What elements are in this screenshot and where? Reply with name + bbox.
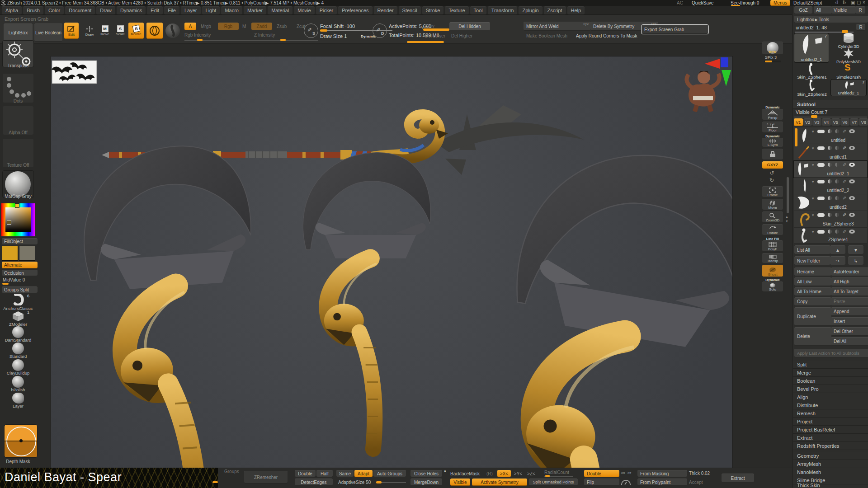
transfer-icon[interactable]: ▾ [812,230,814,234]
section-redshift[interactable]: Redshift Properties [793,442,868,450]
all-button[interactable]: All [814,6,832,14]
visibility-eye-icon[interactable] [849,230,855,234]
menu-draw[interactable]: Draw [96,6,115,14]
zmodeler-brush[interactable] [12,311,24,322]
lsym-button[interactable]: L.Sym [762,138,783,147]
del-other-button[interactable]: Del Other [831,327,868,336]
mirror-xyz-icon[interactable]: xyz [583,22,589,25]
difference-icon[interactable] [828,196,832,200]
list-all-button[interactable]: List All [794,245,830,254]
menu-render[interactable]: Render [374,6,397,14]
window-restore-icon[interactable]: ▢ [857,0,861,5]
m-button[interactable]: M [242,24,246,29]
close-holes-button[interactable]: Close Holes [410,470,442,477]
zadd-button[interactable]: Zadd [251,23,272,30]
from-masking-button[interactable]: From Masking [637,470,687,477]
difference-icon[interactable] [828,163,832,167]
live-boolean-button[interactable]: Live Boolean [34,23,62,42]
merge-down-button[interactable]: MergeDown [410,479,442,486]
del-hidden-button[interactable]: Del Hidden [449,22,490,31]
menu-alpha[interactable]: Alpha [2,6,22,14]
section-project-basrelief[interactable]: Project BasRelief [793,426,868,434]
menus-toggle-button[interactable]: Menus [770,0,790,6]
detect-edges-button[interactable]: DetectEdges [295,479,333,486]
move-mode-button[interactable]: M Move [98,23,112,39]
difference-icon[interactable] [828,179,832,183]
del-all-button[interactable]: Del All [831,337,868,346]
menu-layer[interactable]: Layer [181,6,201,14]
transfer-icon[interactable]: ▾ [812,129,814,134]
section-merge[interactable]: Merge [793,369,868,377]
color-picker-hue-marker[interactable] [15,203,19,208]
visibility-eye-icon[interactable] [849,129,855,133]
visible-export-button[interactable]: Visible [831,6,856,14]
intersect-icon[interactable] [835,230,839,234]
menu-zscript[interactable]: Zscript [544,6,566,14]
visibility-eye-icon[interactable] [849,213,855,217]
zoom3d-button[interactable]: Zoom3D [762,211,783,222]
section-thick-skin[interactable]: Thick Skin [793,484,868,488]
mirror-and-weld-button[interactable]: Mirror And Weld xyz [524,22,590,31]
alternate-button[interactable]: Alternate [2,262,38,268]
transfer-icon[interactable]: ▾ [812,146,814,150]
pair-icon[interactable] [817,146,825,150]
adaptive-size-slider[interactable]: AdaptiveSize 50 [338,480,371,485]
subtool-row-untitled[interactable]: ▾✎ untitled [794,127,867,144]
menu-brush[interactable]: Brush [23,6,43,14]
menu-preferences[interactable]: Preferences [338,6,372,14]
menu-dynamics[interactable]: Dynamics [117,6,146,14]
damstandard-brush[interactable] [12,326,24,338]
sculptris-pro-button[interactable] [165,23,180,38]
delete-button[interactable]: Delete [794,327,831,346]
tool-thumb-current[interactable]: 7 untitled2_1 [794,33,829,62]
polyframe-button[interactable] [146,23,163,39]
section-remesh[interactable]: Remesh [793,409,868,418]
section-distribute[interactable]: Distribute [793,401,868,409]
adapt-button[interactable]: Adapt [354,470,373,477]
sym-x-button[interactable]: >X< [497,470,511,477]
intersect-icon[interactable] [835,163,839,167]
default-zscript-button[interactable]: DefaultZScript [793,0,822,5]
menu-file[interactable]: File [164,6,179,14]
visibility-eye-icon[interactable] [849,196,855,200]
draw-mode-button[interactable]: Draw [82,23,97,39]
transfer-icon[interactable]: ▾ [812,179,814,184]
menu-edit[interactable]: Edit [147,6,163,14]
section-project[interactable]: Project [793,418,868,426]
anchors-classic-brush[interactable] [12,294,24,305]
radial-count-slider[interactable]: RadialCount [544,470,569,475]
section-bevel-pro[interactable]: Bevel Pro [793,385,868,393]
section-geometry[interactable]: Geometry [793,452,868,460]
subtool-row-untitled1[interactable]: ▾✎ untitled1 [794,144,867,161]
make-boolean-mesh-button[interactable]: Make Boolean Mesh [526,33,567,38]
menu-picker[interactable]: Picker [316,6,337,14]
rotate-ccw-icon[interactable]: ↺ [769,170,774,176]
scale-mode-button[interactable]: S Scale [113,23,127,39]
transfer-icon[interactable]: ▾ [812,213,814,217]
menu-macro[interactable]: Macro [221,6,242,14]
sdiv-knob[interactable] [423,28,449,31]
solo-button[interactable]: Solo [762,282,783,291]
all-to-target-button[interactable]: All To Target [831,287,868,296]
autoreorder-button[interactable]: AutoReorder [831,267,868,276]
section-boolean[interactable]: Boolean [793,377,868,385]
insert-button[interactable]: Insert [831,317,868,326]
focal-shift-slider[interactable]: Focal Shift -100 [320,23,355,29]
radial-count-knob[interactable] [545,475,550,477]
menu-transform[interactable]: Transform [488,6,518,14]
lightbox-button[interactable]: LightBox [4,23,33,42]
accept-button[interactable]: Accept [689,480,703,485]
lightbox-tools-button[interactable]: Lightbox►Tools [794,16,868,23]
pair-icon[interactable] [817,130,825,133]
tab-v6[interactable]: V6 [840,118,849,126]
rotate-mode-button[interactable]: R Rotate [128,23,144,39]
color-channel-a-button[interactable]: A [184,23,196,30]
duplicate-button[interactable]: Duplicate [794,307,831,326]
pair-icon[interactable] [817,197,825,200]
tool-slider-r-button[interactable]: R [856,24,865,31]
split-unmasked-button[interactable]: Split Unmasked Points [529,479,578,486]
ghost-button[interactable]: Ghost [762,265,783,277]
menu-marker[interactable]: Marker [244,6,266,14]
canvas-scrollbar[interactable] [787,177,789,213]
window-close-icon[interactable]: × [863,0,865,5]
